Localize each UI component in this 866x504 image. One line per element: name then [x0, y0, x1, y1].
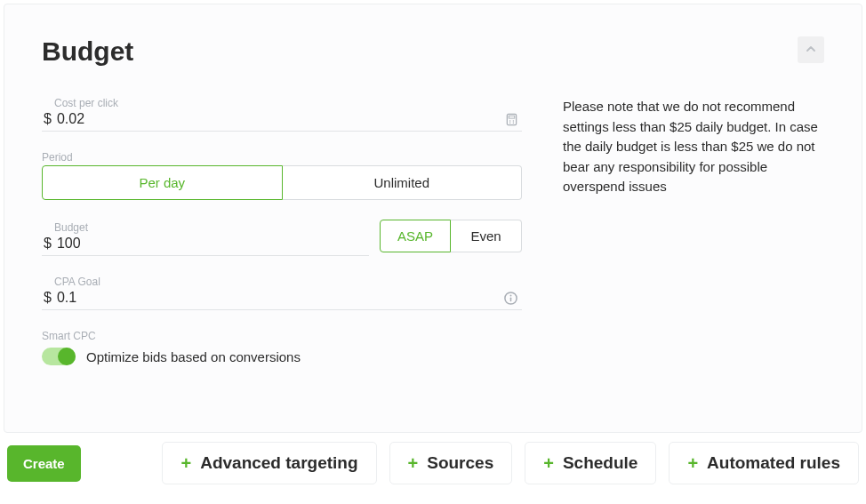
svg-point-4 — [509, 122, 511, 124]
plus-icon: + — [408, 454, 419, 472]
svg-point-3 — [513, 120, 515, 122]
calculator-icon[interactable] — [505, 113, 518, 126]
cpc-input[interactable] — [57, 111, 500, 127]
budget-field: Budget $ ASAP Even — [42, 220, 522, 256]
budget-note: Please note that we do not recommend set… — [563, 97, 824, 385]
svg-point-7 — [510, 294, 512, 296]
currency-prefix: $ — [42, 111, 52, 127]
info-icon[interactable] — [503, 291, 518, 306]
advanced-targeting-label: Advanced targeting — [200, 453, 357, 473]
schedule-label: Schedule — [563, 453, 637, 473]
smart-cpc-description: Optimize bids based on conversions — [86, 349, 301, 364]
cpc-input-row[interactable]: $ — [42, 111, 522, 132]
cpc-field: Cost per click $ — [42, 97, 522, 132]
create-button[interactable]: Create — [7, 445, 81, 482]
smart-cpc-label: Smart CPC — [42, 330, 522, 342]
period-field: Period Per day Unlimited — [42, 151, 522, 200]
budget-input[interactable] — [57, 236, 369, 252]
plus-icon: + — [687, 454, 698, 472]
distribution-asap-button[interactable]: ASAP — [380, 220, 451, 252]
period-segmented-control: Per day Unlimited — [42, 165, 522, 200]
svg-rect-8 — [510, 297, 512, 301]
cpa-input-row[interactable]: $ — [42, 290, 522, 310]
plus-icon: + — [543, 454, 554, 472]
automated-rules-label: Automated rules — [707, 453, 840, 473]
automated-rules-button[interactable]: + Automated rules — [669, 442, 859, 484]
currency-prefix: $ — [42, 236, 52, 252]
sources-button[interactable]: + Sources — [389, 442, 513, 484]
period-per-day-button[interactable]: Per day — [42, 165, 283, 200]
toggle-knob — [58, 348, 76, 365]
budget-panel: Budget Cost per click $ — [4, 4, 862, 433]
chevron-up-icon — [806, 42, 816, 58]
svg-point-5 — [513, 122, 515, 124]
period-label: Period — [42, 151, 522, 164]
sources-label: Sources — [427, 453, 493, 473]
plus-icon: + — [180, 454, 191, 472]
currency-prefix: $ — [42, 290, 52, 306]
distribution-even-button[interactable]: Even — [451, 220, 522, 252]
cpa-label: CPA Goal — [42, 276, 522, 288]
cpc-label: Cost per click — [42, 97, 522, 109]
panel-title: Budget — [42, 36, 133, 67]
smart-cpc-toggle[interactable] — [42, 348, 76, 365]
smart-cpc-field: Smart CPC Optimize bids based on convers… — [42, 330, 522, 365]
budget-input-row[interactable]: $ — [42, 236, 369, 256]
advanced-targeting-button[interactable]: + Advanced targeting — [162, 442, 376, 484]
svg-point-2 — [509, 120, 511, 122]
schedule-button[interactable]: + Schedule — [525, 442, 656, 484]
svg-rect-1 — [509, 116, 515, 118]
collapse-button[interactable] — [798, 36, 824, 63]
budget-label: Budget — [42, 221, 369, 234]
period-unlimited-button[interactable]: Unlimited — [283, 165, 523, 200]
distribution-segmented-control: ASAP Even — [380, 220, 522, 252]
cpa-input[interactable] — [57, 290, 498, 306]
footer-bar: Create + Advanced targeting + Sources + … — [0, 442, 866, 484]
cpa-field: CPA Goal $ — [42, 276, 522, 310]
